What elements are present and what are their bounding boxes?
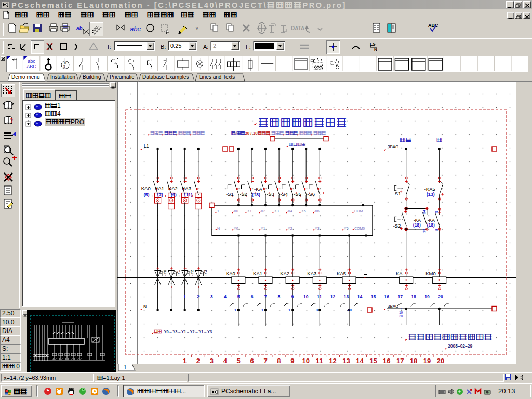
svg-text:5: 5 xyxy=(435,211,438,213)
svg-text:手/自动20 / 10秒启动: 手/自动20 / 10秒启动 xyxy=(231,131,270,136)
svg-text:12: 12 xyxy=(329,357,336,364)
svg-text:-S1: -S1 xyxy=(226,191,234,197)
svg-text:-KA5: -KA5 xyxy=(424,186,435,192)
svg-text:20: 20 xyxy=(399,314,403,318)
svg-text:-S2: -S2 xyxy=(393,223,401,229)
svg-text:-KA5: -KA5 xyxy=(335,271,346,276)
svg-text:18: 18 xyxy=(410,357,417,364)
svg-text:清洗剂: 清洗剂 xyxy=(150,131,163,136)
svg-text:-S5: -S5 xyxy=(294,191,301,197)
svg-text:ab: ab xyxy=(76,25,83,31)
svg-text:15: 15 xyxy=(369,357,377,364)
svg-text:1: 1 xyxy=(234,308,236,312)
svg-text:6: 6 xyxy=(251,294,254,299)
svg-text:-KA1: -KA1 xyxy=(251,271,262,276)
svg-text:13: 13 xyxy=(344,294,349,299)
svg-text:Database Examples: Database Examples xyxy=(142,74,189,80)
svg-text:X0: X0 xyxy=(234,209,238,213)
svg-text:19: 19 xyxy=(424,294,430,299)
svg-text:Y1: Y1 xyxy=(261,227,265,230)
svg-text:7: 7 xyxy=(263,357,267,364)
svg-text:3BAC: 3BAC xyxy=(388,304,398,309)
svg-text:3~: 3~ xyxy=(63,65,67,68)
svg-text:-KA: -KA xyxy=(394,271,403,276)
svg-text:L1: L1 xyxy=(144,143,149,149)
svg-text:N: N xyxy=(143,304,147,309)
svg-text:1: 1 xyxy=(183,294,186,299)
svg-text:1: 1 xyxy=(124,365,127,370)
svg-text:Demo menu: Demo menu xyxy=(11,74,39,80)
svg-text:-S3: -S3 xyxy=(267,191,274,197)
svg-text:COM0: COM0 xyxy=(354,227,365,230)
svg-text:4: 4 xyxy=(224,294,227,299)
svg-text:2: 2 xyxy=(197,294,200,299)
svg-text:(18): (18) xyxy=(427,222,435,228)
svg-text:Y0: Y0 xyxy=(234,227,238,230)
svg-text:1: 1 xyxy=(183,357,187,364)
svg-text:16: 16 xyxy=(383,357,390,364)
svg-text:abc: abc xyxy=(130,25,141,33)
svg-text:-KA3: -KA3 xyxy=(305,271,316,276)
svg-text:(18): (18) xyxy=(252,192,260,197)
svg-text:10: 10 xyxy=(303,294,309,299)
svg-text:消毒液: 消毒液 xyxy=(178,131,191,136)
svg-text:20: 20 xyxy=(437,357,444,364)
svg-text:15: 15 xyxy=(371,294,376,299)
svg-text:COM: COM xyxy=(354,209,363,213)
svg-text:8: 8 xyxy=(278,294,281,299)
svg-text:(9): (9) xyxy=(171,192,177,197)
svg-text:ABC: ABC xyxy=(428,23,438,28)
svg-text:1: 1 xyxy=(261,308,263,312)
svg-text:ABC: ABC xyxy=(26,64,36,69)
svg-text:-Y3: -Y3 xyxy=(203,270,208,276)
svg-text:13: 13 xyxy=(422,229,426,233)
svg-text:(13): (13) xyxy=(427,192,435,197)
svg-text:8: 8 xyxy=(277,357,281,364)
svg-text:X3: X3 xyxy=(274,209,279,213)
svg-text:14: 14 xyxy=(356,357,364,364)
svg-text:?: ? xyxy=(10,118,13,124)
svg-text:X4: X4 xyxy=(288,209,292,213)
svg-text:-S2: -S2 xyxy=(240,191,247,197)
svg-text:-S6: -S6 xyxy=(307,191,315,197)
svg-text:无菌风: 无菌风 xyxy=(192,131,205,136)
svg-text:7: 7 xyxy=(400,307,402,311)
svg-text:11: 11 xyxy=(317,294,322,299)
svg-text:Lines and Texts: Lines and Texts xyxy=(199,74,235,80)
svg-text:1: 1 xyxy=(288,308,290,312)
svg-text:-KA0: -KA0 xyxy=(140,185,151,191)
svg-text:-KM0: -KM0 xyxy=(424,271,436,276)
svg-text:-KA3: -KA3 xyxy=(180,185,191,191)
svg-text:-KA2: -KA2 xyxy=(167,185,178,191)
svg-text:(5): (5) xyxy=(144,192,150,197)
svg-text:2008–02–29: 2008–02–29 xyxy=(448,343,473,349)
svg-text:9: 9 xyxy=(291,294,294,299)
svg-text:19: 19 xyxy=(423,357,431,364)
svg-text:16: 16 xyxy=(384,294,390,299)
svg-text:10: 10 xyxy=(302,357,310,364)
svg-text:9: 9 xyxy=(290,357,294,364)
svg-text:12: 12 xyxy=(330,294,336,299)
svg-text:DATA: DATA xyxy=(291,25,304,31)
svg-text:-S4: -S4 xyxy=(280,191,288,197)
svg-text:20: 20 xyxy=(348,308,352,312)
svg-text:7: 7 xyxy=(264,294,267,299)
svg-text:11: 11 xyxy=(316,357,323,364)
svg-text:X1: X1 xyxy=(247,209,252,213)
svg-text:(7): (7) xyxy=(157,192,163,197)
svg-text:-Y1: -Y1 xyxy=(176,270,181,276)
svg-text:Installation: Installation xyxy=(50,74,75,80)
svg-text:Y5: Y5 xyxy=(344,227,349,230)
svg-text:X5: X5 xyxy=(301,209,306,213)
svg-text:6: 6 xyxy=(250,357,254,364)
svg-text:清洗剂: 清洗剂 xyxy=(271,131,284,136)
svg-text:3: 3 xyxy=(316,308,318,312)
svg-text:N: N xyxy=(217,227,220,230)
svg-text:无菌水: 无菌水 xyxy=(285,131,298,136)
svg-text:3: 3 xyxy=(210,357,214,364)
svg-text:14: 14 xyxy=(357,294,363,299)
svg-text:N: N xyxy=(374,47,377,52)
svg-text:-KA2: -KA2 xyxy=(278,271,289,276)
svg-text:-KA0: -KA0 xyxy=(224,271,235,276)
svg-text:8: 8 xyxy=(435,229,438,231)
